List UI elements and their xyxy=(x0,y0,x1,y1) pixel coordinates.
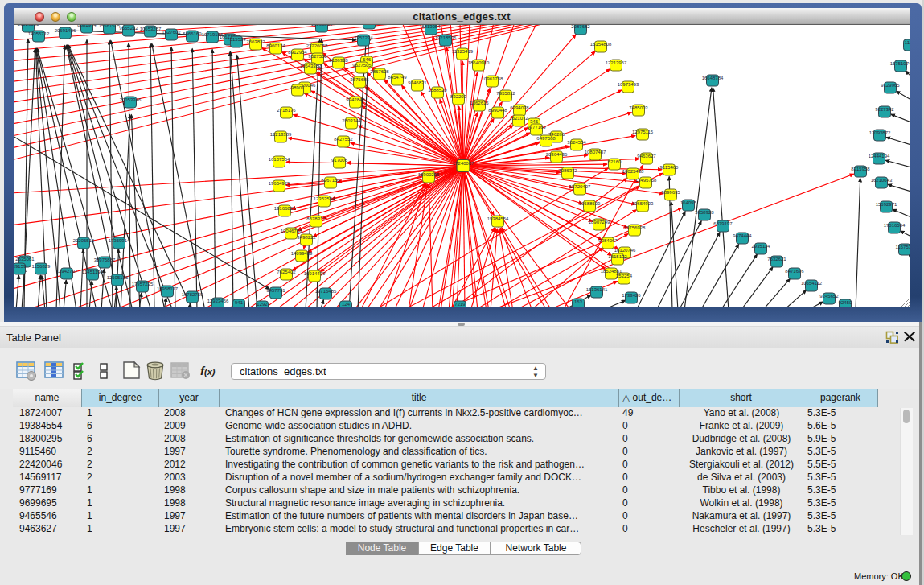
svg-text:20691406: 20691406 xyxy=(55,28,76,33)
svg-text:14055712: 14055712 xyxy=(28,31,50,36)
svg-text:15692971: 15692971 xyxy=(876,202,897,207)
svg-text:163: 163 xyxy=(574,299,583,304)
svg-text:10025438: 10025438 xyxy=(622,169,644,174)
svg-text:15720407: 15720407 xyxy=(569,184,591,189)
svg-text:15900255: 15900255 xyxy=(418,172,440,177)
svg-text:8215958: 8215958 xyxy=(851,167,870,171)
svg-text:12942737: 12942737 xyxy=(56,269,78,274)
svg-text:7986372: 7986372 xyxy=(558,168,577,173)
svg-text:9565212: 9565212 xyxy=(119,26,138,31)
svg-text:10961758: 10961758 xyxy=(482,76,503,81)
svg-text:8813054: 8813054 xyxy=(421,25,441,29)
svg-text:8427552: 8427552 xyxy=(334,137,353,142)
svg-text:9457791: 9457791 xyxy=(266,288,285,293)
svg-text:9084067: 9084067 xyxy=(598,238,618,243)
svg-text:12093872: 12093872 xyxy=(869,130,891,135)
svg-text:15561505: 15561505 xyxy=(99,25,121,28)
svg-text:1156829: 1156829 xyxy=(32,264,51,269)
svg-text:8186328: 8186328 xyxy=(329,58,348,63)
svg-text:9242848: 9242848 xyxy=(346,97,365,102)
svg-text:12353594: 12353594 xyxy=(314,196,335,201)
svg-text:9527500: 9527500 xyxy=(308,54,327,59)
svg-text:10543382: 10543382 xyxy=(300,64,322,68)
svg-text:26026520: 26026520 xyxy=(18,25,39,27)
svg-text:6497568: 6497568 xyxy=(536,136,556,141)
svg-text:30975887: 30975887 xyxy=(94,257,116,262)
svg-text:19654923: 19654923 xyxy=(632,201,654,206)
svg-text:8881974: 8881974 xyxy=(77,25,97,27)
svg-text:10973493: 10973493 xyxy=(618,82,639,87)
svg-text:8960124: 8960124 xyxy=(266,43,285,48)
svg-text:19218506: 19218506 xyxy=(435,35,457,40)
svg-text:6794078: 6794078 xyxy=(510,105,529,110)
svg-text:19756928: 19756928 xyxy=(624,225,646,230)
svg-text:17957225: 17957225 xyxy=(132,282,154,286)
svg-text:19166825: 19166825 xyxy=(274,206,296,211)
svg-text:20053346: 20053346 xyxy=(120,97,142,102)
svg-text:92450: 92450 xyxy=(839,300,852,305)
svg-text:12213967: 12213967 xyxy=(606,60,627,65)
svg-text:39159: 39159 xyxy=(14,264,27,269)
svg-text:10807487: 10807487 xyxy=(585,150,606,154)
svg-text:9227342: 9227342 xyxy=(875,107,894,112)
svg-text:8990448: 8990448 xyxy=(488,108,507,113)
svg-text:16648784: 16648784 xyxy=(702,76,724,80)
svg-text:7955812: 7955812 xyxy=(496,91,515,96)
svg-text:546: 546 xyxy=(363,57,372,62)
svg-text:1527602: 1527602 xyxy=(162,30,181,35)
svg-text:164095: 164095 xyxy=(680,200,697,205)
svg-text:8454749: 8454749 xyxy=(388,75,407,80)
svg-text:10653267: 10653267 xyxy=(140,27,162,31)
svg-text:10654112: 10654112 xyxy=(801,281,823,286)
svg-text:2935114: 2935114 xyxy=(752,244,771,249)
svg-text:917006: 917006 xyxy=(331,158,348,163)
svg-text:1621072: 1621072 xyxy=(509,116,528,121)
svg-text:1615132: 1615132 xyxy=(608,254,627,259)
svg-text:11451194: 11451194 xyxy=(82,270,103,274)
svg-text:18640910: 18640910 xyxy=(468,60,490,65)
svg-text:7485003: 7485003 xyxy=(629,105,648,110)
svg-text:8912954: 8912954 xyxy=(288,50,307,55)
svg-text:7219: 7219 xyxy=(454,302,466,307)
svg-text:17359914: 17359914 xyxy=(109,238,130,243)
svg-text:18907249: 18907249 xyxy=(589,220,610,225)
svg-text:3675685: 3675685 xyxy=(350,77,369,82)
svg-text:19716485: 19716485 xyxy=(315,289,337,294)
svg-text:16033809: 16033809 xyxy=(311,25,333,27)
svg-text:2803144: 2803144 xyxy=(342,118,361,123)
svg-text:10688609: 10688609 xyxy=(579,201,601,206)
svg-text:12213389: 12213389 xyxy=(270,132,292,137)
svg-text:9463627: 9463627 xyxy=(637,154,656,159)
svg-text:5958928: 5958928 xyxy=(695,210,714,215)
svg-text:12505135: 12505135 xyxy=(107,275,129,280)
svg-text:23226058: 23226058 xyxy=(306,43,328,48)
svg-text:2718176: 2718176 xyxy=(277,108,296,113)
svg-text:8267150: 8267150 xyxy=(321,178,340,183)
svg-text:9146821: 9146821 xyxy=(408,80,427,85)
svg-text:16782759: 16782759 xyxy=(182,292,203,297)
svg-text:832203: 832203 xyxy=(450,94,467,99)
svg-text:6879197: 6879197 xyxy=(713,221,733,226)
svg-text:3498222: 3498222 xyxy=(297,235,316,240)
svg-text:16914479: 16914479 xyxy=(304,271,326,276)
svg-text:7663822: 7663822 xyxy=(246,39,265,44)
svg-text:6466160: 6466160 xyxy=(183,31,202,36)
svg-text:7632621: 7632621 xyxy=(767,257,786,262)
svg-text:17240007: 17240007 xyxy=(453,161,474,166)
svg-text:1112: 1112 xyxy=(905,40,910,45)
svg-text:15751074: 15751074 xyxy=(890,61,910,66)
svg-text:9899695: 9899695 xyxy=(661,190,680,195)
svg-text:14099489: 14099489 xyxy=(291,251,313,256)
svg-text:345: 345 xyxy=(530,119,539,124)
svg-text:1588520: 1588520 xyxy=(428,88,447,93)
svg-text:12975115: 12975115 xyxy=(632,130,654,134)
svg-text:16154808: 16154808 xyxy=(590,42,612,47)
svg-text:20206516: 20206516 xyxy=(73,238,95,243)
svg-text:1292: 1292 xyxy=(257,302,268,307)
svg-text:941: 941 xyxy=(235,300,244,305)
svg-text:12444194: 12444194 xyxy=(869,154,890,159)
svg-text:16107554: 16107554 xyxy=(269,157,290,162)
svg-text:98901: 98901 xyxy=(291,85,305,90)
svg-text:13495758: 13495758 xyxy=(635,178,657,183)
svg-text:16120746: 16120746 xyxy=(614,248,636,253)
